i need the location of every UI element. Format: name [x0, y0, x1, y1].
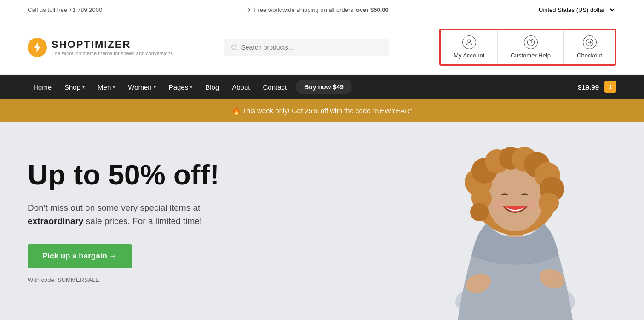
nav-contact[interactable]: Contact: [257, 75, 292, 99]
logo-icon: [28, 38, 47, 57]
hero-section: Up to 50% off! Don't miss out on some ve…: [0, 122, 644, 320]
main-nav: Home Shop ▾ Men ▾ Women ▾ Pages ▾ Blog A…: [0, 75, 644, 99]
checkout-label: Checkout: [577, 52, 602, 59]
shipping-info: ✈ Free worldwide shipping on all orders …: [247, 6, 389, 13]
customer-help-button[interactable]: Customer Help: [498, 30, 564, 64]
top-bar: Call us toll free +1 789 2000 ✈ Free wor…: [0, 0, 644, 20]
nav-pages[interactable]: Pages ▾: [163, 75, 198, 99]
hero-sub-after: sale prices. For a limited time!: [86, 216, 202, 226]
shipping-text: Free worldwide shipping on all orders: [254, 6, 353, 13]
hero-content: Up to 50% off! Don't miss out on some ve…: [0, 122, 285, 320]
cart-price: $19.99: [578, 83, 599, 91]
svg-point-19: [539, 193, 559, 213]
bolt-icon: [32, 42, 43, 53]
promo-code-text: With code: SUMMERSALE: [28, 276, 258, 283]
search-icon: [231, 44, 238, 51]
logo-title: SHOPTIMIZER: [52, 39, 173, 51]
cart-area[interactable]: $19.99 1: [578, 81, 616, 93]
svg-point-3: [527, 39, 534, 46]
nav-shop[interactable]: Shop ▾: [59, 75, 90, 99]
checkout-icon: [583, 35, 597, 49]
svg-point-21: [470, 203, 489, 221]
nav-women[interactable]: Women ▾: [122, 75, 161, 99]
hero-subtitle: Don't miss out on some very special item…: [28, 201, 258, 228]
site-header: SHOPTIMIZER The WooCommerce theme for sp…: [0, 20, 644, 75]
promo-text: 🔥 This week only! Get 25% off with the c…: [232, 107, 413, 115]
person-illustration: [416, 127, 614, 320]
shipping-amount: over $50.00: [356, 6, 389, 13]
chevron-down-icon: ▾: [190, 85, 192, 90]
help-icon: [524, 35, 538, 49]
currency-select[interactable]: United States (US) dollar: [533, 4, 616, 16]
svg-point-22: [494, 200, 505, 211]
chevron-down-icon: ▾: [154, 85, 156, 90]
search-input[interactable]: [241, 44, 381, 51]
buy-now-button[interactable]: Buy now $49: [296, 80, 352, 94]
svg-point-0: [231, 45, 236, 49]
nav-about[interactable]: About: [226, 75, 255, 99]
hero-cta-button[interactable]: Pick up a bargain →: [28, 244, 132, 268]
logo-subtitle: The WooCommerce theme for speed and conv…: [52, 51, 173, 56]
chevron-down-icon: ▾: [113, 85, 115, 90]
cart-count-badge[interactable]: 1: [604, 81, 616, 93]
hero-sub-bold: extraordinary: [28, 216, 83, 226]
my-account-button[interactable]: My Account: [441, 30, 498, 64]
chevron-down-icon: ▾: [82, 85, 85, 90]
hero-sub-before: Don't miss out on some very special item…: [28, 203, 200, 212]
promo-bar: 🔥 This week only! Get 25% off with the c…: [0, 99, 644, 122]
hero-title: Up to 50% off!: [28, 159, 258, 190]
phone-text: Call us toll free +1 789 2000: [28, 6, 102, 13]
nav-men[interactable]: Men ▾: [92, 75, 121, 99]
svg-point-23: [526, 200, 537, 211]
search-bar[interactable]: [224, 39, 389, 56]
checkout-button[interactable]: Checkout: [564, 30, 615, 64]
hero-image: [386, 122, 644, 320]
nav-home[interactable]: Home: [28, 75, 57, 99]
my-account-label: My Account: [454, 52, 484, 59]
logo[interactable]: SHOPTIMIZER The WooCommerce theme for sp…: [28, 38, 173, 57]
svg-line-1: [236, 48, 237, 50]
nav-items: Home Shop ▾ Men ▾ Women ▾ Pages ▾ Blog A…: [28, 75, 352, 99]
currency-selector-wrap[interactable]: United States (US) dollar: [533, 4, 616, 16]
logo-text: SHOPTIMIZER The WooCommerce theme for sp…: [52, 39, 173, 56]
header-icon-group: My Account Customer Help Checkout: [439, 29, 616, 66]
person-icon: [462, 35, 476, 49]
nav-blog[interactable]: Blog: [200, 75, 224, 99]
customer-help-label: Customer Help: [511, 52, 551, 59]
svg-point-2: [468, 40, 471, 42]
